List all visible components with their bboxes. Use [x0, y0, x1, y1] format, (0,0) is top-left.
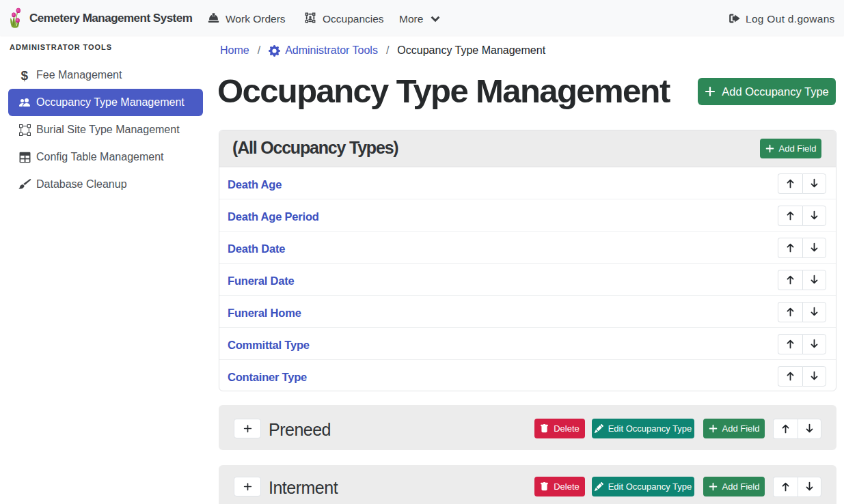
svg-text:$: $ [21, 69, 28, 82]
